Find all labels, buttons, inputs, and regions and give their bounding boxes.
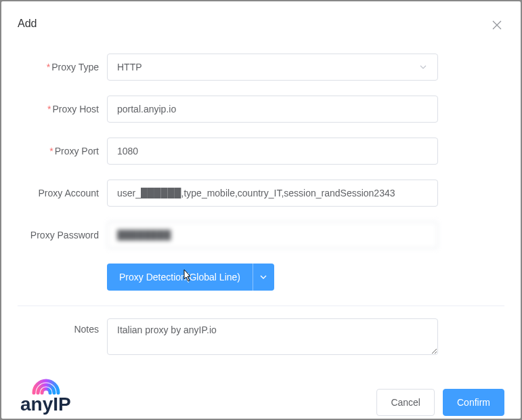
- modal-title: Add: [18, 18, 37, 30]
- modal-footer: anyIP Cancel Confirm: [18, 373, 504, 416]
- anyip-logo: anyIP: [18, 373, 112, 416]
- confirm-button[interactable]: Confirm: [443, 389, 504, 416]
- svg-text:anyIP: anyIP: [20, 394, 71, 415]
- proxy-detection-button[interactable]: Proxy Detection(Global Line): [107, 264, 253, 291]
- footer-buttons: Cancel Confirm: [376, 389, 504, 416]
- chevron-down-icon: [418, 62, 428, 72]
- row-detection: Proxy Detection(Global Line): [18, 264, 504, 291]
- proxy-port-input[interactable]: [107, 138, 438, 165]
- label-notes: Notes: [18, 318, 107, 335]
- notes-textarea[interactable]: [107, 318, 438, 355]
- proxy-account-input[interactable]: [107, 180, 438, 207]
- row-notes: Notes: [18, 318, 504, 358]
- modal-header: Add: [18, 18, 504, 35]
- proxy-detection-button-group: Proxy Detection(Global Line): [107, 264, 274, 291]
- proxy-type-select[interactable]: HTTP: [107, 54, 438, 81]
- row-proxy-host: *Proxy Host: [18, 96, 504, 123]
- label-proxy-type: *Proxy Type: [18, 62, 107, 72]
- proxy-detection-dropdown[interactable]: [253, 264, 274, 291]
- chevron-down-icon: [259, 272, 268, 282]
- row-proxy-password: Proxy Password: [18, 222, 504, 249]
- proxy-password-input[interactable]: [107, 222, 438, 249]
- row-proxy-type: *Proxy Type HTTP: [18, 54, 504, 81]
- label-proxy-host: *Proxy Host: [18, 104, 107, 114]
- close-icon: [492, 20, 502, 32]
- form: *Proxy Type HTTP *Proxy Host *Proxy Port: [18, 54, 504, 373]
- cancel-button[interactable]: Cancel: [376, 389, 435, 416]
- close-button[interactable]: [490, 18, 504, 35]
- divider: [18, 306, 504, 306]
- row-proxy-port: *Proxy Port: [18, 138, 504, 165]
- proxy-type-value: HTTP: [117, 62, 418, 72]
- label-proxy-account: Proxy Account: [18, 188, 107, 198]
- add-proxy-modal: Add *Proxy Type HTTP *Proxy Host: [1, 1, 521, 419]
- label-proxy-password: Proxy Password: [18, 230, 107, 240]
- proxy-host-input[interactable]: [107, 96, 438, 123]
- row-proxy-account: Proxy Account: [18, 180, 504, 207]
- label-proxy-port: *Proxy Port: [18, 146, 107, 156]
